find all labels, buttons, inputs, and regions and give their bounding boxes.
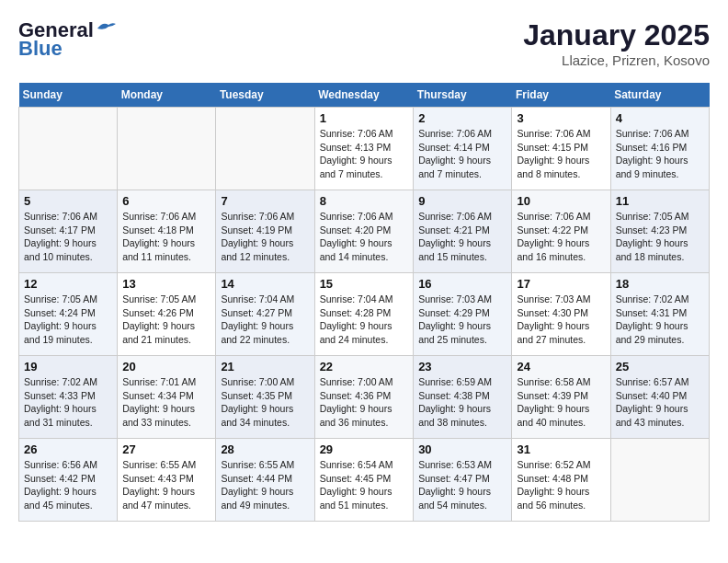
day-info: Sunset: 4:38 PM: [418, 389, 506, 403]
day-info: Daylight: 9 hours and 56 minutes.: [517, 485, 605, 511]
day-info: Sunrise: 7:00 AM: [221, 375, 309, 389]
day-info: Sunrise: 7:04 AM: [221, 293, 309, 306]
day-info: Sunset: 4:39 PM: [517, 389, 605, 403]
calendar-cell: 21Sunrise: 7:00 AMSunset: 4:35 PMDayligh…: [216, 356, 314, 439]
calendar-cell: 7Sunrise: 7:06 AMSunset: 4:19 PMDaylight…: [216, 190, 314, 273]
day-info: Daylight: 9 hours and 10 minutes.: [24, 236, 112, 263]
day-number: 5: [24, 194, 112, 208]
day-number: 22: [320, 360, 409, 373]
calendar-cell: 4Sunrise: 7:06 AMSunset: 4:16 PMDaylight…: [610, 108, 709, 190]
day-info: Sunrise: 7:05 AM: [616, 210, 704, 224]
day-info: Sunrise: 6:55 AM: [122, 458, 210, 472]
day-number: 11: [616, 194, 704, 208]
calendar-cell: 19Sunrise: 7:02 AMSunset: 4:33 PMDayligh…: [19, 356, 118, 439]
calendar-cell: [19, 108, 118, 190]
day-number: 3: [517, 111, 605, 125]
day-info: Sunset: 4:19 PM: [221, 224, 309, 237]
day-info: Sunrise: 7:03 AM: [517, 293, 605, 306]
day-info: Daylight: 9 hours and 36 minutes.: [320, 402, 409, 429]
day-info: Sunset: 4:17 PM: [24, 224, 112, 237]
calendar-cell: 8Sunrise: 7:06 AMSunset: 4:20 PMDaylight…: [314, 190, 414, 273]
calendar-cell: 6Sunrise: 7:06 AMSunset: 4:18 PMDaylight…: [118, 190, 216, 273]
day-info: Daylight: 9 hours and 47 minutes.: [122, 485, 210, 511]
day-info: Daylight: 9 hours and 9 minutes.: [616, 154, 704, 180]
day-info: Sunset: 4:48 PM: [517, 472, 605, 486]
calendar-cell: 30Sunrise: 6:53 AMSunset: 4:47 PMDayligh…: [414, 439, 512, 522]
day-number: 20: [122, 360, 210, 373]
day-info: Sunrise: 6:54 AM: [320, 458, 409, 472]
day-info: Daylight: 9 hours and 29 minutes.: [616, 319, 704, 346]
calendar-cell: 25Sunrise: 6:57 AMSunset: 4:40 PMDayligh…: [610, 356, 709, 439]
day-info: Sunrise: 7:06 AM: [320, 127, 409, 141]
day-info: Daylight: 9 hours and 54 minutes.: [418, 485, 506, 511]
page-header: General Blue January 2025 Llazice, Prizr…: [18, 18, 710, 68]
day-info: Daylight: 9 hours and 11 minutes.: [122, 236, 210, 263]
calendar-cell: 15Sunrise: 7:04 AMSunset: 4:28 PMDayligh…: [314, 273, 414, 356]
day-number: 28: [221, 442, 309, 456]
day-number: 14: [221, 277, 309, 291]
day-info: Daylight: 9 hours and 34 minutes.: [221, 402, 309, 429]
day-number: 12: [24, 277, 112, 291]
day-info: Sunset: 4:18 PM: [122, 224, 210, 237]
day-number: 10: [517, 194, 605, 208]
day-number: 4: [616, 111, 704, 125]
day-info: Sunset: 4:45 PM: [320, 472, 409, 486]
day-info: Sunset: 4:36 PM: [320, 389, 409, 403]
day-info: Sunrise: 7:06 AM: [616, 127, 704, 141]
calendar-cell: 12Sunrise: 7:05 AMSunset: 4:24 PMDayligh…: [19, 273, 118, 356]
week-row-5: 26Sunrise: 6:56 AMSunset: 4:42 PMDayligh…: [19, 439, 710, 522]
day-info: Daylight: 9 hours and 51 minutes.: [320, 485, 409, 511]
day-info: Sunrise: 6:56 AM: [24, 458, 112, 472]
calendar-cell: 28Sunrise: 6:55 AMSunset: 4:44 PMDayligh…: [216, 439, 314, 522]
day-number: 18: [616, 277, 704, 291]
day-info: Sunrise: 7:05 AM: [122, 293, 210, 306]
calendar-cell: 27Sunrise: 6:55 AMSunset: 4:43 PMDayligh…: [118, 439, 216, 522]
title-block: January 2025 Llazice, Prizren, Kosovo: [523, 18, 710, 68]
day-info: Daylight: 9 hours and 7 minutes.: [320, 154, 409, 180]
day-info: Sunset: 4:28 PM: [320, 306, 409, 320]
week-row-2: 5Sunrise: 7:06 AMSunset: 4:17 PMDaylight…: [19, 190, 710, 273]
day-number: 25: [616, 360, 704, 373]
day-info: Sunset: 4:26 PM: [122, 306, 210, 320]
day-info: Sunrise: 7:06 AM: [221, 210, 309, 224]
day-info: Sunset: 4:24 PM: [24, 306, 112, 320]
calendar-cell: 11Sunrise: 7:05 AMSunset: 4:23 PMDayligh…: [610, 190, 709, 273]
day-info: Sunset: 4:33 PM: [24, 389, 112, 403]
day-info: Sunrise: 7:02 AM: [616, 293, 704, 306]
day-number: 6: [122, 194, 210, 208]
day-number: 26: [24, 442, 112, 456]
day-info: Sunrise: 7:06 AM: [517, 127, 605, 141]
day-info: Daylight: 9 hours and 18 minutes.: [616, 236, 704, 263]
day-info: Sunset: 4:43 PM: [122, 472, 210, 486]
logo-blue-text: Blue: [18, 37, 63, 61]
week-row-3: 12Sunrise: 7:05 AMSunset: 4:24 PMDayligh…: [19, 273, 710, 356]
calendar-cell: 1Sunrise: 7:06 AMSunset: 4:13 PMDaylight…: [314, 108, 414, 190]
weekday-header-monday: Monday: [118, 83, 216, 108]
day-info: Daylight: 9 hours and 15 minutes.: [418, 236, 506, 263]
weekday-header-saturday: Saturday: [610, 83, 709, 108]
day-info: Sunset: 4:22 PM: [517, 224, 605, 237]
day-info: Sunset: 4:42 PM: [24, 472, 112, 486]
day-info: Sunrise: 7:06 AM: [24, 210, 112, 224]
logo: General Blue: [18, 18, 116, 61]
calendar-cell: 17Sunrise: 7:03 AMSunset: 4:30 PMDayligh…: [512, 273, 610, 356]
calendar-cell: 29Sunrise: 6:54 AMSunset: 4:45 PMDayligh…: [314, 439, 414, 522]
day-number: 24: [517, 360, 605, 373]
day-number: 19: [24, 360, 112, 373]
calendar-cell: [216, 108, 314, 190]
day-info: Daylight: 9 hours and 19 minutes.: [24, 319, 112, 346]
calendar-cell: [610, 439, 709, 522]
weekday-header-sunday: Sunday: [19, 83, 118, 108]
day-info: Sunset: 4:29 PM: [418, 306, 506, 320]
weekday-header-friday: Friday: [512, 83, 610, 108]
week-row-4: 19Sunrise: 7:02 AMSunset: 4:33 PMDayligh…: [19, 356, 710, 439]
day-info: Sunset: 4:23 PM: [616, 224, 704, 237]
calendar-cell: 10Sunrise: 7:06 AMSunset: 4:22 PMDayligh…: [512, 190, 610, 273]
day-info: Daylight: 9 hours and 45 minutes.: [24, 485, 112, 511]
day-info: Daylight: 9 hours and 40 minutes.: [517, 402, 605, 429]
day-info: Sunrise: 6:57 AM: [616, 375, 704, 389]
calendar-cell: 9Sunrise: 7:06 AMSunset: 4:21 PMDaylight…: [414, 190, 512, 273]
day-number: 15: [320, 277, 409, 291]
weekday-header-tuesday: Tuesday: [216, 83, 314, 108]
weekday-header-wednesday: Wednesday: [314, 83, 414, 108]
